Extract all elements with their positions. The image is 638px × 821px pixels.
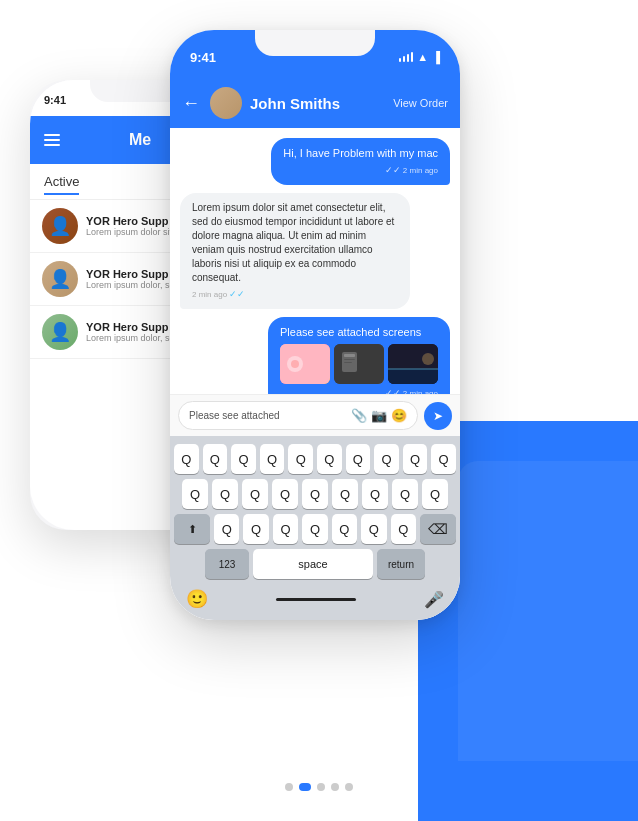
key-q7[interactable]: Q bbox=[346, 444, 371, 474]
avatar-2: 👤 bbox=[42, 261, 78, 297]
key-s3[interactable]: Q bbox=[273, 514, 298, 544]
dot-5[interactable] bbox=[345, 783, 353, 791]
key-r2[interactable]: Q bbox=[212, 479, 238, 509]
key-q9[interactable]: Q bbox=[403, 444, 428, 474]
svg-point-10 bbox=[422, 353, 434, 365]
key-q4[interactable]: Q bbox=[260, 444, 285, 474]
input-text: Please see attached bbox=[189, 410, 280, 421]
dot-4[interactable] bbox=[331, 783, 339, 791]
key-r9[interactable]: Q bbox=[422, 479, 448, 509]
timestamp-2: 2 min ago ✓✓ bbox=[192, 288, 398, 301]
message-sent-1: Hi, I have Problem with my mac ✓✓ 2 min … bbox=[271, 138, 450, 185]
chat-messages: Hi, I have Problem with my mac ✓✓ 2 min … bbox=[170, 128, 460, 394]
thumbnail-1 bbox=[280, 344, 330, 384]
hamburger-line3 bbox=[44, 144, 60, 146]
avatar-3: 👤 bbox=[42, 314, 78, 350]
dot-2-active[interactable] bbox=[299, 783, 311, 791]
key-q8[interactable]: Q bbox=[374, 444, 399, 474]
check-2: ✓✓ bbox=[229, 288, 245, 301]
emoji-keyboard-icon[interactable]: 🙂 bbox=[186, 588, 208, 610]
message-text-2: Lorem ipsum dolor sit amet consectetur e… bbox=[192, 202, 394, 283]
chat-contact-name: John Smiths bbox=[250, 95, 385, 112]
image-row bbox=[280, 344, 438, 384]
avatar-1: 👤 bbox=[42, 208, 78, 244]
key-q1[interactable]: Q bbox=[174, 444, 199, 474]
front-phone: 9:41 ▲ ▐ ← John Smiths View Order bbox=[170, 30, 460, 620]
svg-rect-5 bbox=[344, 354, 355, 357]
key-r7[interactable]: Q bbox=[362, 479, 388, 509]
key-r1[interactable]: Q bbox=[182, 479, 208, 509]
thumbnail-2 bbox=[334, 344, 384, 384]
thumbnail-3 bbox=[388, 344, 438, 384]
keyboard: Q Q Q Q Q Q Q Q Q Q Q Q Q Q Q Q Q Q bbox=[170, 436, 460, 620]
time-1: 2 min ago bbox=[403, 165, 438, 176]
kb-row-4: 123 space return bbox=[174, 549, 456, 579]
avatar-face-1: 👤 bbox=[42, 208, 78, 244]
key-backspace[interactable]: ⌫ bbox=[420, 514, 456, 544]
svg-rect-6 bbox=[344, 359, 355, 360]
check-1: ✓✓ bbox=[385, 164, 401, 177]
message-text-1: Hi, I have Problem with my mac bbox=[283, 147, 438, 159]
send-icon: ➤ bbox=[433, 409, 443, 423]
check-3: ✓✓ bbox=[385, 387, 401, 394]
kb-row-1: Q Q Q Q Q Q Q Q Q Q bbox=[174, 444, 456, 474]
message-sent-2: Please see attached screens bbox=[268, 317, 450, 394]
message-input-box[interactable]: Please see attached 📎 📷 😊 bbox=[178, 401, 418, 430]
home-indicator bbox=[276, 598, 356, 601]
mic-icon[interactable]: 🎤 bbox=[424, 590, 444, 609]
chat-header: ← John Smiths View Order bbox=[170, 74, 460, 128]
key-s7[interactable]: Q bbox=[391, 514, 416, 544]
front-status-icons: ▲ ▐ bbox=[399, 51, 440, 63]
key-s4[interactable]: Q bbox=[302, 514, 327, 544]
timestamp-1: ✓✓ 2 min ago bbox=[283, 164, 438, 177]
avatar-face-2: 👤 bbox=[42, 261, 78, 297]
dot-1[interactable] bbox=[285, 783, 293, 791]
front-status-time: 9:41 bbox=[190, 50, 216, 65]
send-button[interactable]: ➤ bbox=[424, 402, 452, 430]
key-space[interactable]: space bbox=[253, 549, 373, 579]
attachment-icon[interactable]: 📎 bbox=[351, 408, 367, 423]
key-123[interactable]: 123 bbox=[205, 549, 249, 579]
fbar2 bbox=[403, 56, 405, 62]
active-tab-label[interactable]: Active bbox=[44, 174, 79, 195]
dot-3[interactable] bbox=[317, 783, 325, 791]
pagination-dots bbox=[285, 783, 353, 791]
message-text-3: Please see attached screens bbox=[280, 326, 421, 338]
hamburger-menu[interactable] bbox=[44, 134, 60, 146]
fbar3 bbox=[407, 54, 409, 62]
chat-avatar bbox=[210, 87, 242, 119]
back-arrow-button[interactable]: ← bbox=[182, 93, 200, 114]
kb-row-2: Q Q Q Q Q Q Q Q Q bbox=[174, 479, 456, 509]
camera-icon[interactable]: 📷 bbox=[371, 408, 387, 423]
key-shift[interactable]: ⬆ bbox=[174, 514, 210, 544]
key-q5[interactable]: Q bbox=[288, 444, 313, 474]
key-s5[interactable]: Q bbox=[332, 514, 357, 544]
fbar4 bbox=[411, 52, 413, 62]
blue-accent-shape2 bbox=[458, 461, 638, 761]
back-status-time: 9:41 bbox=[44, 94, 66, 106]
key-r6[interactable]: Q bbox=[332, 479, 358, 509]
key-r3[interactable]: Q bbox=[242, 479, 268, 509]
key-s2[interactable]: Q bbox=[243, 514, 268, 544]
time-2: 2 min ago bbox=[192, 289, 227, 300]
key-r8[interactable]: Q bbox=[392, 479, 418, 509]
notch-front bbox=[255, 30, 375, 56]
key-s6[interactable]: Q bbox=[361, 514, 386, 544]
key-q6[interactable]: Q bbox=[317, 444, 342, 474]
key-q3[interactable]: Q bbox=[231, 444, 256, 474]
key-r4[interactable]: Q bbox=[272, 479, 298, 509]
input-icons: 📎 📷 😊 bbox=[351, 408, 407, 423]
back-header-title: Me bbox=[129, 131, 151, 149]
emoji-input-icon[interactable]: 😊 bbox=[391, 408, 407, 423]
wifi-icon-front: ▲ bbox=[417, 51, 428, 63]
key-r5[interactable]: Q bbox=[302, 479, 328, 509]
front-signal-bars bbox=[399, 52, 413, 62]
key-q10[interactable]: Q bbox=[431, 444, 456, 474]
key-q2[interactable]: Q bbox=[203, 444, 228, 474]
key-s1[interactable]: Q bbox=[214, 514, 239, 544]
hamburger-line2 bbox=[44, 139, 60, 141]
key-return[interactable]: return bbox=[377, 549, 425, 579]
hamburger-line1 bbox=[44, 134, 60, 136]
time-3: 2 min ago bbox=[403, 388, 438, 394]
view-order-button[interactable]: View Order bbox=[393, 97, 448, 109]
